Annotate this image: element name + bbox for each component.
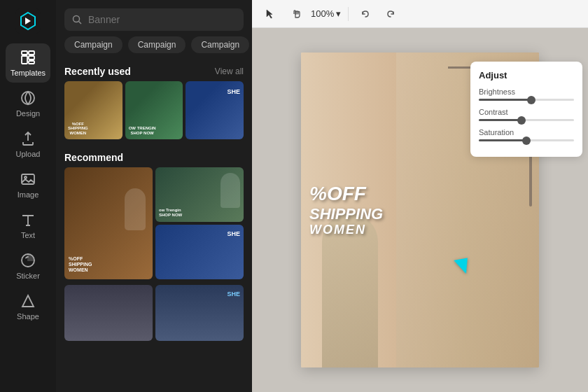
svg-rect-4: [29, 56, 34, 59]
view-all-button[interactable]: View all: [215, 66, 244, 76]
sticker-icon: [20, 252, 36, 269]
zoom-display[interactable]: 100% ▾: [311, 8, 341, 19]
templates-panel: Campaign Campaign Campaign Recently used…: [56, 0, 252, 392]
toolbar-divider-1: [348, 7, 349, 21]
recently-used-grid: %OFFSHIPPINGWOMEN ow TrenginSHOP NOW SHE: [56, 81, 252, 145]
adjust-panel-title: Adjust: [479, 70, 574, 80]
saturation-slider[interactable]: [479, 139, 574, 141]
pointer-icon: [265, 8, 276, 20]
contrast-row: Contrast: [479, 108, 574, 121]
saturation-label: Saturation: [479, 128, 574, 136]
image-icon: [20, 171, 36, 188]
recommend-thumb-large-text: %OFFSHIPPINGWOMEN: [69, 256, 92, 274]
adjust-panel: Adjust Brightness Contrast Saturation: [470, 62, 582, 157]
saturation-fill: [479, 139, 526, 141]
recent-thumb-2[interactable]: SHE: [186, 81, 244, 139]
zoom-value: 100%: [311, 8, 334, 19]
recommend-thumb-large[interactable]: %OFFSHIPPINGWOMEN: [64, 167, 153, 279]
hand-icon: [290, 8, 301, 20]
sidebar-item-upload[interactable]: Upload: [6, 125, 50, 164]
recommend-thumb-br[interactable]: SHE: [155, 225, 244, 279]
recommend-thumb-tr-text: ow TrenginSHOP NOW: [159, 208, 182, 218]
recommend-header: Recommend: [56, 145, 252, 167]
sidebar-item-sticker[interactable]: Sticker: [6, 246, 50, 286]
sidebar-item-design[interactable]: Design: [6, 84, 50, 123]
recommend-thumb-jeans-right[interactable]: SHE: [155, 285, 244, 341]
search-icon: [71, 14, 83, 25]
sidebar-item-image-label: Image: [18, 190, 39, 199]
svg-rect-2: [29, 51, 34, 55]
canvas-main: %OFF SHIPPING WOMEN Adjust Brightness: [252, 28, 588, 392]
text-icon: [20, 211, 36, 228]
recommend-grid: %OFFSHIPPINGWOMEN ow TrenginSHOP NOW SHE: [56, 167, 252, 285]
brightness-thumb[interactable]: [527, 96, 536, 104]
banner-text-shipping: SHIPPING: [309, 205, 383, 223]
undo-button[interactable]: [356, 4, 375, 24]
brightness-label: Brightness: [479, 88, 574, 96]
filter-chip-0[interactable]: Campaign: [64, 36, 122, 53]
recommend-thumb-br-text: SHE: [227, 230, 240, 237]
recently-used-title: Recently used: [64, 66, 131, 77]
contrast-slider[interactable]: [479, 119, 574, 121]
sidebar-item-design-label: Design: [16, 109, 40, 118]
undo-icon: [360, 8, 371, 20]
recommend-thumb-tr[interactable]: ow TrenginSHOP NOW: [155, 167, 244, 222]
shape-icon: [20, 293, 36, 309]
hand-tool-button[interactable]: [286, 4, 305, 24]
banner-text-pct: %OFF: [309, 183, 383, 205]
recent-thumb-0[interactable]: %OFFSHIPPINGWOMEN: [64, 81, 122, 139]
recent-thumb-1-text: ow TrenginSHOP NOW: [129, 126, 156, 135]
recent-thumb-0-text: %OFFSHIPPINGWOMEN: [68, 122, 88, 136]
brightness-row: Brightness: [479, 88, 574, 101]
recommend-grid-2: SHE: [56, 285, 252, 346]
recommend-title: Recommend: [64, 152, 123, 163]
search-input[interactable]: [88, 14, 237, 25]
canvas-area: 100% ▾: [252, 0, 588, 392]
sidebar-item-shape-label: Shape: [17, 312, 39, 321]
search-bar[interactable]: [64, 8, 244, 31]
filter-chip-1[interactable]: Campaign: [128, 36, 186, 53]
svg-rect-1: [22, 51, 27, 55]
sidebar-item-text[interactable]: Text: [6, 206, 50, 245]
svg-point-6: [22, 92, 34, 104]
recently-used-header: Recently used View all: [56, 59, 252, 81]
svg-rect-5: [29, 61, 34, 64]
brightness-slider[interactable]: [479, 99, 574, 101]
sidebar-item-text-label: Text: [21, 231, 35, 239]
svg-rect-7: [22, 174, 34, 184]
panel-scroll-area: Recently used View all %OFFSHIPPINGWOMEN…: [56, 59, 252, 392]
templates-icon: [20, 49, 36, 66]
zoom-chevron-icon: ▾: [336, 8, 341, 19]
redo-icon: [385, 8, 396, 20]
app-logo: [15, 8, 41, 34]
upload-icon: [20, 130, 36, 147]
canvas-toolbar: 100% ▾: [252, 0, 588, 28]
redo-button[interactable]: [381, 4, 400, 24]
sidebar-item-templates[interactable]: Templates: [6, 43, 50, 83]
contrast-label: Contrast: [479, 108, 574, 116]
design-icon: [20, 90, 36, 106]
filter-chips: Campaign Campaign Campaign: [56, 36, 252, 59]
banner-text-women: WOMEN: [309, 223, 383, 237]
svg-point-8: [24, 176, 27, 178]
brightness-fill: [479, 99, 531, 101]
banner-overlay: %OFF SHIPPING WOMEN: [309, 183, 383, 237]
sidebar-item-image[interactable]: Image: [6, 165, 50, 204]
contrast-fill: [479, 119, 522, 121]
saturation-row: Saturation: [479, 128, 574, 141]
svg-point-10: [74, 16, 80, 22]
svg-rect-3: [22, 56, 27, 64]
contrast-thumb[interactable]: [517, 116, 526, 125]
sidebar-item-upload-label: Upload: [16, 150, 41, 158]
sidebar: Templates Design Upload Image Text: [0, 0, 56, 392]
saturation-thumb[interactable]: [522, 136, 531, 145]
recent-thumb-1[interactable]: ow TrenginSHOP NOW: [125, 81, 183, 139]
recommend-thumb-jeans-left[interactable]: [64, 285, 153, 341]
filter-chip-2[interactable]: Campaign: [191, 36, 249, 53]
sidebar-item-shape[interactable]: Shape: [6, 287, 50, 326]
sidebar-item-templates-label: Templates: [10, 69, 46, 77]
sidebar-item-sticker-label: Sticker: [16, 272, 40, 280]
cursor-arrow: [454, 258, 470, 275]
pointer-tool-button[interactable]: [260, 4, 280, 24]
